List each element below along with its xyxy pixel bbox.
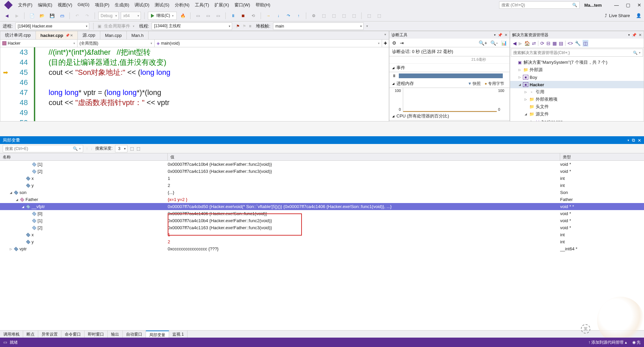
bottom-tab[interactable]: 自动窗口 bbox=[123, 331, 146, 338]
file-tab[interactable]: 统计单词.cpp bbox=[0, 31, 36, 39]
user-badge[interactable]: ◉ 先 bbox=[632, 340, 641, 345]
refresh-icon[interactable]: ⟳ bbox=[540, 41, 544, 46]
close-button[interactable]: ✕ bbox=[637, 3, 641, 7]
tb-icon-1[interactable]: ▭ bbox=[194, 12, 202, 20]
file-tab[interactable]: Man.cpp bbox=[100, 31, 127, 39]
platform-combo[interactable]: x64 bbox=[121, 12, 141, 20]
tb-misc-4[interactable]: ⬚ bbox=[340, 12, 348, 20]
locals-opt2-icon[interactable]: ⬚ bbox=[137, 146, 140, 151]
view-icon[interactable]: ◫ bbox=[583, 40, 588, 47]
fwd-icon[interactable]: ▶ bbox=[519, 41, 522, 46]
locals-dropdown-icon[interactable]: ▾ bbox=[628, 139, 629, 142]
depth-combo[interactable]: 3 bbox=[115, 145, 127, 152]
locals-rows[interactable]: [1]0x00007ff7ca4c10b4 {Hacker.exe!Father… bbox=[0, 161, 644, 330]
pin-icon[interactable]: 📌 bbox=[632, 33, 637, 37]
file-tab[interactable]: hacker.cpp 📌 ✕ bbox=[36, 31, 78, 39]
locals-row[interactable]: y2int bbox=[0, 238, 644, 245]
tree-item[interactable]: ▷▫引用 bbox=[510, 88, 644, 96]
collapse-icon[interactable]: ⊟ bbox=[546, 41, 550, 46]
unpin-icon[interactable]: ⧉ bbox=[632, 138, 635, 143]
locals-row[interactable]: [0]0x00007ff7ca4c1406 {Hacker.exe!Son::f… bbox=[0, 210, 644, 217]
nav-fwd-button[interactable]: ▶ bbox=[13, 12, 21, 20]
tree-item[interactable]: ◢▣Hacker bbox=[510, 81, 644, 88]
step-out-button[interactable]: ↑ bbox=[294, 12, 303, 20]
menu-item[interactable]: 测试(S) bbox=[152, 1, 172, 9]
stack-combo[interactable]: main bbox=[273, 22, 364, 30]
close-icon[interactable]: ✕ bbox=[638, 138, 641, 143]
col-type[interactable]: 类型 bbox=[560, 153, 644, 160]
sol-search-input[interactable] bbox=[513, 50, 633, 55]
sync-icon[interactable]: ⇄ bbox=[532, 41, 536, 46]
maximize-button[interactable]: ▢ bbox=[626, 3, 630, 7]
flag-icon[interactable]: ⚑ bbox=[236, 24, 240, 29]
locals-row[interactable]: [2]0x00007ff7ca4c1163 {Hacker.exe!Father… bbox=[0, 168, 644, 175]
bottom-tab[interactable]: 异常设置 bbox=[38, 331, 61, 338]
menu-item[interactable]: 文件(F) bbox=[15, 1, 35, 9]
bottom-tab[interactable]: 即时窗口 bbox=[85, 331, 108, 338]
scope-scope-combo[interactable]: (全局范围) bbox=[77, 40, 155, 47]
col-value[interactable]: 值 bbox=[168, 153, 560, 160]
global-search[interactable]: 🔍 bbox=[499, 1, 580, 9]
locals-search-input[interactable] bbox=[5, 146, 73, 151]
diag-cpu-header[interactable]: CPU (所有处理器的百分比) bbox=[389, 112, 509, 120]
close-icon[interactable]: ✕ bbox=[639, 33, 642, 37]
wrench-icon[interactable]: 🔧 bbox=[575, 41, 581, 46]
minimize-button[interactable]: — bbox=[614, 3, 619, 7]
sol-search[interactable]: 🔍 ▾ bbox=[511, 49, 643, 57]
file-tab[interactable]: Man.h bbox=[127, 31, 149, 39]
split-icon[interactable]: ✚ bbox=[382, 40, 389, 47]
process-combo[interactable]: [19496] Hacker.exe bbox=[15, 22, 89, 30]
locals-row[interactable]: [1]0x00007ff7ca4c10b4 {Hacker.exe!Father… bbox=[0, 217, 644, 224]
solution-tree[interactable]: ▣解决方案"MarrySystem"(7 个项目，共 7 个)▷📁外部源▷▣Bo… bbox=[510, 57, 644, 121]
diag-memory-header[interactable]: 进程内存 快照 专用字节 bbox=[389, 80, 509, 88]
close-icon[interactable]: ✕ bbox=[504, 33, 507, 37]
col-name[interactable]: 名称 bbox=[0, 153, 168, 160]
tb-misc-7[interactable]: ⬚ bbox=[375, 12, 383, 20]
locals-row[interactable]: ◢Father{x=1 y=2 }Father bbox=[0, 196, 644, 203]
locals-row[interactable]: ◢__vfptr0x00007ff7ca4cbd50 {Hacker.exe!v… bbox=[0, 203, 644, 210]
redo-button[interactable]: ↷ bbox=[83, 12, 91, 20]
stack-opts-icon[interactable]: ▾ bbox=[366, 24, 368, 28]
nav-back-button[interactable]: ◀ bbox=[3, 12, 11, 20]
show-all-icon[interactable]: ▦ bbox=[552, 41, 557, 46]
tree-item[interactable]: ▷📁外部源 bbox=[510, 66, 644, 73]
config-combo[interactable]: Debug bbox=[98, 12, 119, 20]
menu-item[interactable]: 视图(V) bbox=[55, 1, 75, 9]
menu-item[interactable]: 窗口(W) bbox=[232, 1, 253, 9]
tree-root[interactable]: ▣解决方案"MarrySystem"(7 个项目，共 7 个) bbox=[510, 59, 644, 66]
tree-item[interactable]: 📁头文件 bbox=[510, 103, 644, 110]
undo-button[interactable]: ↶ bbox=[73, 12, 81, 20]
pin-icon[interactable]: 📌 bbox=[498, 33, 502, 37]
diag-dropdown-icon[interactable]: ▾ bbox=[494, 33, 496, 37]
diag-events-header[interactable]: 事件 bbox=[389, 64, 509, 72]
tb-misc-5[interactable]: ⬚ bbox=[350, 12, 358, 20]
step-over-button[interactable]: ↷ bbox=[284, 12, 292, 20]
menu-item[interactable]: 扩展(X) bbox=[212, 1, 231, 9]
step-into-button[interactable]: ↓ bbox=[274, 12, 282, 20]
locals-row[interactable]: x1int bbox=[0, 175, 644, 182]
sol-dropdown-icon[interactable]: ▾ bbox=[628, 33, 630, 37]
bottom-tab[interactable]: 输出 bbox=[108, 331, 123, 338]
zoom-out-icon[interactable]: 🔍- bbox=[490, 40, 498, 46]
menu-item[interactable]: Git(G) bbox=[75, 1, 92, 9]
tree-item[interactable]: ▷📁外部依赖项 bbox=[510, 96, 644, 103]
lifecycle-icon[interactable]: ▣ bbox=[98, 24, 101, 29]
open-button[interactable]: 📂 bbox=[38, 12, 46, 20]
restart-button[interactable]: ⟲ bbox=[249, 12, 257, 20]
continue-button[interactable]: 继续(C) ▾ bbox=[148, 12, 177, 20]
pause-button[interactable]: ⏸ bbox=[229, 12, 237, 20]
zoom-in-icon[interactable]: 🔍+ bbox=[479, 40, 487, 46]
tb-icon-3[interactable]: ▭ bbox=[214, 12, 222, 20]
flag2-icon[interactable]: ⚑ bbox=[243, 24, 246, 29]
locals-row[interactable]: [2]0x00007ff7ca4c1163 {Hacker.exe!Father… bbox=[0, 224, 644, 231]
search-up-icon[interactable]: ↑ bbox=[86, 146, 88, 151]
live-share-button[interactable]: Live Share bbox=[609, 13, 630, 18]
tb-icon-2[interactable]: ▭ bbox=[204, 12, 212, 20]
code-editor[interactable]: ➡ 4344454647484950 //(int*)*(int*)&fathe… bbox=[0, 47, 389, 121]
locals-row[interactable]: [1]0x00007ff7ca4c10b4 {Hacker.exe!Father… bbox=[0, 161, 644, 168]
bottom-tab[interactable]: 调用堆栈 bbox=[0, 331, 23, 338]
locals-opt1-icon[interactable]: ⬚ bbox=[130, 146, 134, 151]
save-button[interactable]: 💾 bbox=[48, 12, 56, 20]
tb-misc-6[interactable]: ⬚ bbox=[365, 12, 373, 20]
tb-misc-2[interactable]: ⬚ bbox=[320, 12, 328, 20]
